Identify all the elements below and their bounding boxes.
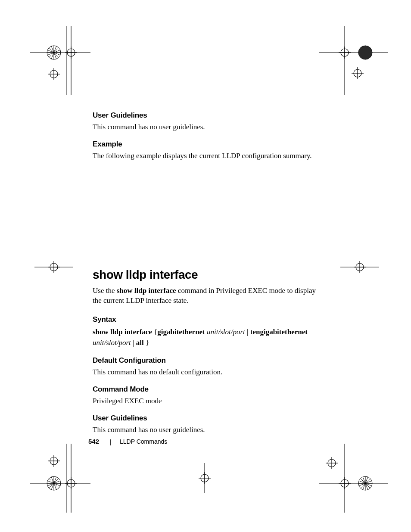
text: Use the (93, 286, 117, 295)
svg-line-48 (51, 477, 56, 490)
crop-mark-icon (30, 439, 90, 513)
svg-line-47 (47, 481, 60, 486)
body-text: This command has no user guidelines. (93, 122, 321, 132)
syntax-keyword: gigabitethernet (157, 328, 205, 336)
footer-separator-icon (110, 439, 111, 445)
svg-point-12 (67, 49, 75, 56)
text: | (131, 339, 136, 347)
section-heading-user-guidelines: User Guidelines (93, 111, 321, 120)
text: { (152, 328, 157, 336)
text: | (245, 328, 250, 336)
svg-line-11 (51, 46, 56, 59)
crop-mark-icon (30, 26, 90, 95)
syntax-keyword: tengigabitethernet (250, 328, 308, 336)
crop-mark-icon (340, 252, 379, 282)
crop-mark-icon (185, 463, 224, 493)
svg-point-32 (356, 263, 364, 271)
svg-point-24 (354, 69, 361, 77)
page-footer: 542 LLDP Commands (88, 438, 167, 445)
svg-point-54 (201, 474, 209, 482)
body-text: This command has no user guidelines. (93, 425, 321, 435)
chapter-name: LLDP Commands (120, 438, 167, 445)
section-heading-syntax: Syntax (93, 315, 321, 324)
svg-line-6 (49, 48, 59, 57)
command-name: show lldp interface (117, 286, 176, 295)
section-heading-default-config: Default Configuration (93, 356, 321, 365)
syntax-text: show lldp interface {gigabitethernet uni… (93, 327, 321, 348)
syntax-param: unit/slot/port (207, 328, 245, 336)
svg-point-23 (358, 46, 372, 59)
svg-line-10 (51, 46, 56, 59)
page-number: 542 (88, 438, 99, 445)
svg-line-46 (47, 481, 60, 486)
crop-mark-icon (319, 439, 388, 513)
svg-point-65 (358, 476, 372, 490)
svg-point-15 (50, 70, 58, 78)
svg-line-45 (49, 479, 59, 488)
svg-line-69 (361, 479, 370, 488)
syntax-keyword: all (136, 339, 144, 347)
syntax-keyword: show lldp interface (93, 328, 152, 336)
svg-point-62 (328, 459, 336, 467)
text: } (144, 339, 149, 347)
content-column: User Guidelines This command has no user… (93, 111, 321, 443)
svg-line-49 (51, 477, 56, 490)
section-heading-example: Example (93, 140, 321, 149)
svg-line-70 (359, 481, 372, 486)
svg-line-9 (47, 50, 60, 55)
svg-line-68 (361, 479, 370, 488)
command-intro: Use the show lldp interface command in P… (93, 286, 321, 306)
svg-point-28 (50, 263, 58, 271)
svg-point-3 (47, 46, 61, 59)
syntax-param: unit/slot/port (93, 339, 131, 347)
section-heading-user-guidelines: User Guidelines (93, 414, 321, 423)
section-heading-command-mode: Command Mode (93, 385, 321, 394)
page: User Guidelines This command has no user… (0, 0, 411, 532)
svg-line-73 (363, 477, 368, 490)
svg-point-20 (341, 49, 349, 56)
body-text: Privileged EXEC mode (93, 396, 321, 406)
body-text: The following example displays the curre… (93, 151, 321, 161)
svg-point-59 (341, 479, 349, 487)
svg-line-7 (49, 48, 59, 57)
crop-mark-icon (34, 252, 73, 282)
svg-line-72 (363, 477, 368, 490)
body-text: This command has no default configuratio… (93, 367, 321, 377)
svg-line-71 (359, 481, 372, 486)
command-title: show lldp interface (93, 268, 321, 282)
svg-line-8 (47, 50, 60, 55)
svg-point-38 (50, 457, 58, 465)
crop-mark-icon (319, 26, 388, 95)
svg-point-41 (47, 476, 61, 490)
svg-point-50 (67, 479, 75, 487)
svg-line-44 (49, 479, 59, 488)
blank-space (93, 169, 321, 268)
